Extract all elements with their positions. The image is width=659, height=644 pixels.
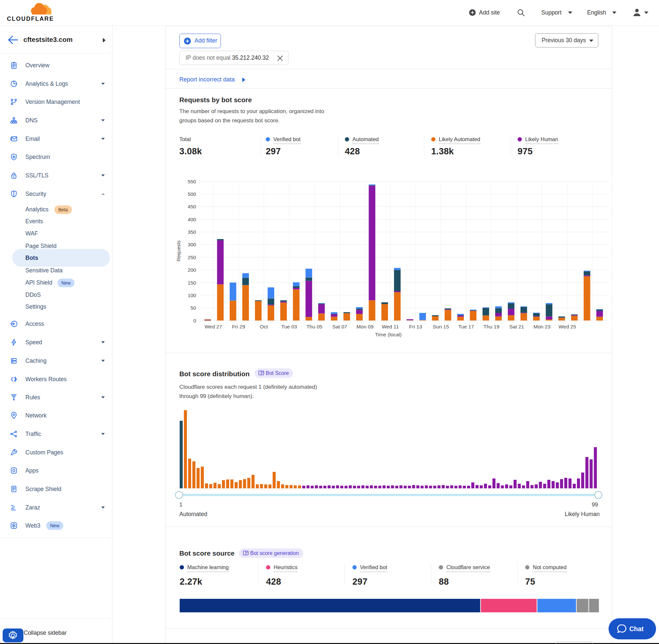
svg-text:Wed 11: Wed 11 bbox=[382, 324, 399, 329]
svg-text:Sat 21: Sat 21 bbox=[509, 324, 524, 329]
svg-text:Thu 05: Thu 05 bbox=[307, 324, 323, 329]
svg-text:Thu 19: Thu 19 bbox=[484, 324, 499, 329]
svg-text:200: 200 bbox=[188, 267, 196, 273]
svg-text:300: 300 bbox=[188, 242, 196, 247]
svg-text:Requests: Requests bbox=[176, 240, 181, 261]
svg-text:Tue 17: Tue 17 bbox=[458, 324, 474, 329]
svg-text:Sat 07: Sat 07 bbox=[332, 324, 347, 329]
svg-text:150: 150 bbox=[188, 280, 196, 285]
svg-text:Fri 13: Fri 13 bbox=[409, 324, 422, 329]
svg-text:350: 350 bbox=[188, 229, 196, 235]
svg-text:250: 250 bbox=[188, 255, 196, 260]
svg-text:400: 400 bbox=[188, 217, 196, 222]
svg-text:Fri 29: Fri 29 bbox=[232, 324, 245, 329]
svg-text:Tue 03: Tue 03 bbox=[281, 324, 297, 329]
svg-text:Mon 23: Mon 23 bbox=[534, 324, 550, 329]
svg-text:Wed 27: Wed 27 bbox=[204, 324, 222, 329]
svg-text:Oct: Oct bbox=[260, 324, 268, 329]
svg-text:50: 50 bbox=[191, 305, 196, 310]
svg-text:CLOUDFLARE: CLOUDFLARE bbox=[7, 16, 53, 22]
svg-text:100: 100 bbox=[188, 293, 196, 298]
svg-text:Time (local): Time (local) bbox=[375, 332, 402, 337]
svg-text:450: 450 bbox=[188, 204, 196, 209]
svg-text:Wed 25: Wed 25 bbox=[559, 324, 576, 329]
svg-text:Sun 15: Sun 15 bbox=[433, 324, 449, 329]
svg-text:550: 550 bbox=[188, 179, 196, 184]
svg-text:500: 500 bbox=[188, 191, 196, 197]
svg-text:0: 0 bbox=[193, 318, 196, 323]
svg-text:Mon 09: Mon 09 bbox=[356, 324, 374, 329]
